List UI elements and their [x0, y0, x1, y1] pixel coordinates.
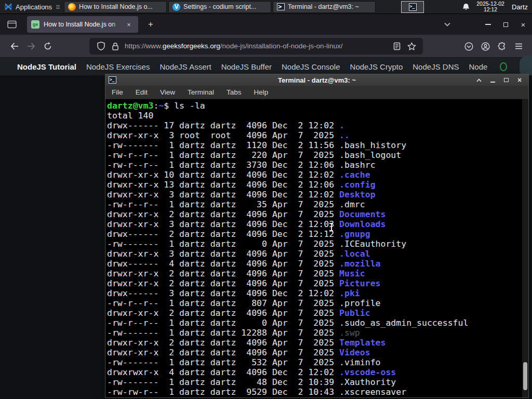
list-all-tabs-button[interactable]	[440, 17, 455, 32]
terminal-line: drwxr-xr-x 3 dartz dartz 4096 Dec 2 12:0…	[107, 219, 528, 229]
browser-tab-active[interactable]: ge How to Install Node.js on ×	[27, 16, 138, 33]
terminal-menu-item[interactable]: View	[154, 88, 181, 96]
file-name: Videos	[339, 348, 370, 357]
terminal-prompt-line: dartz@vm3:~$ ls -la	[107, 101, 528, 111]
file-name: .Xauthority	[339, 377, 396, 387]
terminal-menu-item[interactable]: Tabs	[220, 88, 248, 96]
nav-link[interactable]: NodeJS Console	[282, 62, 340, 71]
terminal-line: drwxr-xr-x 2 dartz dartz 4096 Apr 7 2025…	[107, 348, 528, 357]
bookmark-star-icon[interactable]	[404, 39, 419, 54]
pocket-button[interactable]	[460, 38, 477, 55]
nav-link[interactable]: NodeJS Buffer	[221, 62, 272, 71]
browser-maximize-button[interactable]	[497, 17, 514, 32]
taskbar-button-firefox[interactable]: How to Install Node.js o...	[64, 1, 167, 13]
file-attributes: -rw-r--r-- 1 dartz dartz 220 Apr 7 2025	[107, 150, 339, 160]
terminal-line: -rw-r--r-- 1 dartz dartz 807 Apr 7 2025 …	[107, 298, 528, 308]
nav-link[interactable]: NodeJS Crypto	[350, 62, 403, 71]
file-attributes: -rw------- 1 dartz dartz 12288 Apr 7 202…	[107, 328, 339, 338]
terminal-menu-item[interactable]: Edit	[129, 88, 154, 96]
terminal-line: drwx------ 4 dartz dartz 4096 Apr 7 2025…	[107, 259, 528, 269]
terminal-output[interactable]: dartz@vm3:~$ ls -la total 140 drwx------…	[105, 99, 528, 397]
browser-close-button[interactable]: ×	[514, 17, 532, 32]
forward-button[interactable]	[23, 38, 39, 55]
reload-button[interactable]	[39, 38, 56, 55]
terminal-line: -rw------- 1 dartz dartz 0 Apr 7 2025 .I…	[107, 239, 528, 249]
taskbar-button-terminal[interactable]: >_ Terminal - dartz@vm3: ~	[273, 1, 376, 13]
prompt-command: $ ls -la	[164, 101, 205, 111]
terminal-menu-item[interactable]: Help	[248, 88, 275, 96]
firefox-view-button[interactable]	[4, 17, 20, 32]
applications-menu-button[interactable]: Applications	[0, 0, 64, 14]
terminal-menu-item[interactable]: File	[105, 88, 129, 96]
reader-mode-icon[interactable]	[390, 39, 404, 54]
back-button[interactable]	[6, 38, 23, 55]
file-attributes: drwx------ 2 dartz dartz 4096 Dec 2 12:1…	[107, 229, 339, 239]
file-attributes: -rw-r--r-- 1 dartz dartz 35 Apr 7 2025	[107, 200, 339, 209]
terminal-title-bar[interactable]: >_ Terminal - dartz@vm3: ~ ×	[105, 74, 528, 86]
tracking-shield-icon[interactable]	[94, 39, 108, 54]
tab-title: How to Install Node.js on	[44, 21, 119, 28]
terminal-line: -rw-rw-r-- 1 dartz dartz 9529 Dec 2 10:4…	[107, 387, 528, 397]
nav-link-truncated[interactable]: Node	[469, 62, 487, 71]
taskbar-button-codium[interactable]: V Settings - codium script...	[168, 1, 271, 13]
file-attributes: drwxr-xr-x 10 dartz dartz 4096 Dec 2 12:…	[107, 170, 339, 180]
file-name: .swp	[339, 328, 360, 338]
hamburger-menu-icon	[515, 43, 523, 49]
file-attributes: drwxr-xr-x 3 dartz dartz 4096 Dec 2 12:0…	[107, 190, 339, 200]
lock-icon[interactable]	[108, 39, 123, 54]
prompt-user-host: dartz@vm3	[107, 101, 153, 111]
file-name: .bash_logout	[339, 150, 401, 160]
terminal-minimize-button[interactable]	[487, 75, 498, 85]
terminal-close-button[interactable]: ×	[514, 75, 525, 85]
file-attributes: drwxr-xr-x 13 dartz dartz 4096 Dec 2 12:…	[107, 180, 339, 190]
notification-bell-icon[interactable]	[462, 3, 470, 11]
chevron-down-icon	[444, 22, 450, 26]
new-tab-button[interactable]: +	[143, 17, 158, 32]
file-attributes: -rw-r--r-- 1 dartz dartz 807 Apr 7 2025	[107, 298, 339, 308]
account-button[interactable]	[477, 38, 494, 55]
file-attributes: -rw-rw-r-- 1 dartz dartz 9529 Dec 2 10:4…	[107, 387, 339, 397]
url-bar[interactable]: https://www.geeksforgeeks.org/node-js/in…	[89, 38, 423, 55]
workspace-switcher[interactable]: >_	[401, 1, 424, 13]
terminal-line: -rw-r--r-- 1 dartz dartz 220 Apr 7 2025 …	[107, 150, 528, 160]
terminal-line: -rw------- 1 dartz dartz 48 Dec 2 10:39 …	[107, 377, 528, 387]
file-attributes: drwxr-xr-x 2 dartz dartz 4096 Apr 7 2025	[107, 269, 339, 278]
search-icon[interactable]	[500, 62, 507, 71]
terminal-scrollbar-thumb[interactable]	[523, 362, 527, 390]
url-domain: geeksforgeeks.org	[163, 42, 220, 50]
url-path: /node-js/installation-of-node-js-on-linu…	[220, 42, 343, 50]
file-attributes: drwx------ 17 dartz dartz 4096 Dec 2 12:…	[107, 121, 339, 130]
terminal-scrollbar[interactable]	[522, 99, 528, 397]
nav-link[interactable]: NodeJS Assert	[159, 62, 211, 71]
extensions-button[interactable]	[494, 38, 510, 55]
terminal-icon: >_	[277, 3, 285, 10]
forward-arrow-icon	[27, 43, 35, 50]
nav-link-tutorial[interactable]: NodeJS Tutorial	[17, 62, 76, 71]
nav-link[interactable]: NodeJS DNS	[413, 62, 459, 71]
terminal-line: drwxr-xr-x 13 dartz dartz 4096 Dec 2 12:…	[107, 180, 528, 190]
nav-link[interactable]: NodeJS Exercises	[86, 62, 150, 71]
file-attributes: -rw-r--r-- 1 dartz dartz 0 Apr 7 2025	[107, 318, 339, 328]
terminal-total-line: total 140	[107, 111, 528, 121]
terminal-line: drwxr-xr-x 2 dartz dartz 4096 Apr 7 2025…	[107, 209, 528, 219]
url-scheme: https://www.	[125, 42, 163, 50]
taskbar-label: Terminal - dartz@vm3: ~	[288, 3, 359, 10]
app-menu-button[interactable]	[510, 38, 527, 55]
terminal-line: drwxrwxr-x 4 dartz dartz 4096 Dec 2 12:0…	[107, 367, 528, 377]
browser-minimize-button[interactable]	[479, 17, 497, 32]
file-name: .local	[339, 249, 370, 259]
file-attributes: drwxr-xr-x 3 dartz dartz 4096 Apr 7 2025	[107, 249, 339, 259]
terminal-menu-item[interactable]: Terminal	[181, 88, 220, 96]
tab-close-button[interactable]: ×	[124, 19, 134, 30]
file-name: Templates	[339, 338, 385, 348]
file-attributes: drwxr-xr-x 2 dartz dartz 4096 Apr 7 2025	[107, 308, 339, 318]
terminal-shade-button[interactable]	[473, 75, 485, 85]
file-name: .config	[339, 180, 376, 190]
terminal-maximize-button[interactable]	[500, 75, 512, 85]
file-attributes: drwxr-xr-x 2 dartz dartz 4096 Apr 7 2025	[107, 278, 339, 288]
terminal-line: drwxr-xr-x 2 dartz dartz 4096 Apr 7 2025…	[107, 338, 528, 348]
terminal-line: -rw-r--r-- 1 dartz dartz 35 Apr 7 2025 .…	[107, 200, 528, 209]
taskbar-label: How to Install Node.js o...	[79, 3, 153, 10]
xfce-logo-icon	[4, 3, 12, 11]
clock[interactable]: 2025-12-02 12:12	[476, 1, 504, 12]
